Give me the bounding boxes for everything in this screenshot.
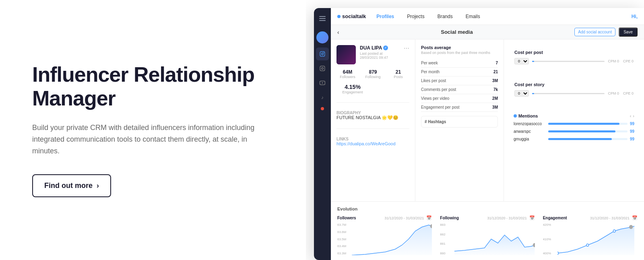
sidebar-icon-youtube[interactable] [316,76,329,89]
cost-mentions-panel: Cost per post 0 CPM 0 CPE 0 [504,39,644,201]
sidebar-toggle-button[interactable] [316,13,329,24]
stat-posts: 21 Posts [387,69,409,79]
nav-profiles[interactable]: Profiles [374,12,396,21]
nav-emails[interactable]: Emails [463,12,483,21]
mentions-header: Mentions ‹ › [514,113,634,118]
chart-area: 420%410%400% [543,223,638,255]
svg-point-16 [629,225,633,229]
sidebar-notification-dot [321,107,324,110]
cost-post-slider[interactable] [532,61,605,62]
brand-logo: socialtalk [337,13,366,19]
profile-header-title: Social media [343,29,572,35]
chart-calendar-icon[interactable]: 📅 [632,215,638,221]
sidebar-icon-instagram2[interactable] [316,62,329,75]
profile-name: DUA LIPA ✓ [360,45,400,51]
divider [336,102,409,103]
mentions-prev[interactable]: ‹ [630,113,632,118]
stat-followers: 64M Followers [336,69,359,79]
hero-title: Influencer Relationship Manager [32,63,282,111]
right-panel: ♪ socialtalk Profiles Projects Brands Em… [306,0,644,260]
stat-row: Per month 21 [421,68,498,76]
left-panel: Influencer Relationship Manager Build yo… [0,0,306,260]
sidebar-icon-instagram[interactable] [316,47,329,60]
chart-svg [454,223,535,255]
add-social-account-button[interactable]: Add social account [574,28,615,36]
chart-engagement: Engagement 31/12/2020 - 31/03/2021 📅 420… [543,215,638,255]
chart-calendar-icon[interactable]: 📅 [426,215,432,221]
svg-point-5 [323,52,324,53]
chart-calendar-icon[interactable]: 📅 [529,215,535,221]
cost-post-select[interactable]: 0 [514,58,529,64]
cost-story-labels: CPM 0 CPE 0 [608,91,634,95]
cost-story-slider[interactable] [532,93,605,94]
svg-rect-3 [320,52,325,56]
nav-projects[interactable]: Projects [405,12,427,21]
stat-row: Likes per post 3M [421,76,498,85]
svg-marker-9 [322,82,324,84]
profile-photo [336,45,356,64]
svg-point-7 [322,68,324,70]
profile-section: DUA LIPA ✓ Last posted at 28/03/2021 09:… [331,39,415,201]
nav-brands[interactable]: Brands [435,12,455,21]
find-out-more-button[interactable]: Find out more › [32,174,111,197]
nav-user-greeting: Hi, [632,14,638,19]
profile-info: DUA LIPA ✓ Last posted at 28/03/2021 09:… [360,45,400,60]
mention-bar-fill [548,123,619,125]
stats-rows: Per week 7 Per month 21 Likes per post 3… [421,59,498,112]
svg-point-14 [613,230,615,232]
cost-per-story-row: 0 CPM 0 CPE 0 [514,90,634,97]
app-window: ♪ socialtalk Profiles Projects Brands Em… [314,8,644,260]
chart-yaxis: 63.7M63.6M63.5M63.4M63.3M [337,223,346,255]
svg-rect-6 [320,66,325,71]
mentions-nav: ‹ › [630,113,634,118]
stats-section: Posts average Based on posts from the pa… [415,39,504,201]
chart-following: Following 31/12/2020 - 31/03/2021 📅 8838… [440,215,535,255]
mention-bar-bg [548,130,627,132]
engagement-box: 4.15% Engagement [336,84,369,94]
verified-badge: ✓ [383,45,388,50]
save-button[interactable]: Save [619,27,638,37]
chart-yaxis: 883882881880 [440,223,445,255]
profile-stats: 64M Followers 879 Following 21 Posts [336,69,409,79]
mentions-section: Mentions ‹ › lorenzopasocco 99 anwarspc … [510,109,638,149]
biography-section: Biography FUTURE NOSTALGIA 🌟💛😊 [336,111,409,120]
cost-story-select[interactable]: 0 [514,90,529,97]
mention-bar-bg [548,123,627,125]
svg-rect-0 [319,16,326,17]
svg-point-13 [586,244,589,246]
back-button[interactable]: ‹ [337,29,339,35]
hero-description: Build your private CRM with detailed inf… [32,122,266,157]
mention-row: lorenzopasocco 99 [514,122,634,126]
sidebar: ♪ [314,8,331,260]
divider-2 [336,128,409,129]
profile-more-button[interactable]: ⋯ [404,45,409,52]
mention-dot [514,114,517,118]
charts-row: Followers 31/12/2020 - 31/03/2021 📅 63.7… [337,215,638,255]
top-navigation: socialtalk Profiles Projects Brands Emai… [331,8,644,25]
chart-followers: Followers 31/12/2020 - 31/03/2021 📅 63.7… [337,215,432,255]
mentions-title: Mentions [514,113,538,118]
chart-yaxis: 420%410%400% [543,223,551,255]
hashtag-section: # Hashtags [421,116,498,128]
user-avatar[interactable] [316,31,328,43]
chart-plot [352,223,432,255]
stat-following: 879 Following [362,69,384,79]
chart-header: Following 31/12/2020 - 31/03/2021 📅 [440,215,535,221]
mention-row: gmuggia 99 [514,137,634,141]
brand-dot [337,15,341,18]
profile-header: ‹ Social media Add social account Save [331,25,644,39]
mention-bar-fill [548,138,612,140]
profile-card-top: DUA LIPA ✓ Last posted at 28/03/2021 09:… [336,45,409,64]
svg-rect-1 [319,18,326,19]
chart-header: Followers 31/12/2020 - 31/03/2021 📅 [337,215,432,221]
sidebar-icon-tiktok[interactable]: ♪ [316,91,329,104]
cost-post-labels: CPM 0 CPE 0 [608,59,634,63]
chart-area: 63.7M63.6M63.5M63.4M63.3M [337,223,432,255]
mentions-next[interactable]: › [633,113,634,118]
mention-bar-bg [548,138,627,140]
chart-header: Engagement 31/12/2020 - 31/03/2021 📅 [543,215,638,221]
cost-per-post-row: 0 CPM 0 CPE 0 [514,58,634,64]
stat-row: Comments per post 7k [421,85,498,94]
chart-area: 883882881880 [440,223,535,255]
mentions-rows: lorenzopasocco 99 anwarspc 99 gmuggia 99 [514,122,634,141]
